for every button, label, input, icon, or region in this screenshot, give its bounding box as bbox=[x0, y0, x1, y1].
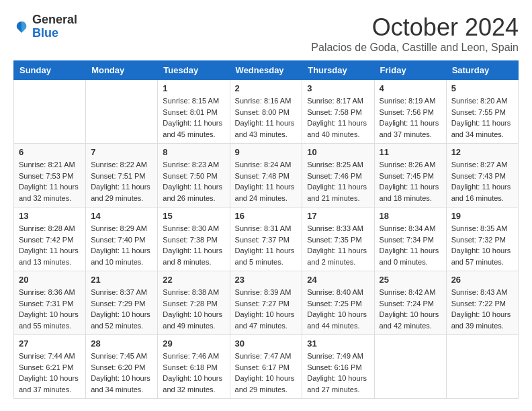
weekday-header-row: SundayMondayTuesdayWednesdayThursdayFrid… bbox=[14, 61, 519, 80]
sunrise-label: Sunrise: 8:43 AM bbox=[451, 288, 508, 296]
sunrise-label: Sunrise: 8:42 AM bbox=[380, 288, 436, 296]
logo: General Blue bbox=[13, 13, 77, 40]
sunset-label: Sunset: 6:18 PM bbox=[163, 363, 217, 371]
day-info: Sunrise: 8:33 AM Sunset: 7:35 PM Dayligh… bbox=[307, 223, 369, 267]
sunset-label: Sunset: 7:55 PM bbox=[451, 108, 506, 116]
sunrise-label: Sunrise: 8:29 AM bbox=[91, 224, 147, 232]
calendar-cell bbox=[446, 335, 518, 399]
day-info: Sunrise: 8:39 AM Sunset: 7:27 PM Dayligh… bbox=[235, 287, 298, 331]
calendar-cell: 19 Sunrise: 8:35 AM Sunset: 7:32 PM Dayl… bbox=[446, 208, 518, 271]
sunrise-label: Sunrise: 8:30 AM bbox=[163, 224, 219, 232]
day-info: Sunrise: 7:46 AM Sunset: 6:18 PM Dayligh… bbox=[163, 351, 224, 395]
sunset-label: Sunset: 7:37 PM bbox=[235, 236, 290, 244]
day-number: 22 bbox=[163, 275, 224, 285]
daylight-label: Daylight: 11 hours and 40 minutes. bbox=[307, 119, 367, 138]
sunset-label: Sunset: 7:24 PM bbox=[380, 300, 434, 308]
daylight-label: Daylight: 11 hours and 18 minutes. bbox=[380, 183, 439, 202]
calendar-cell: 1 Sunrise: 8:15 AM Sunset: 8:01 PM Dayli… bbox=[158, 80, 230, 144]
day-info: Sunrise: 8:37 AM Sunset: 7:29 PM Dayligh… bbox=[91, 287, 152, 331]
sunrise-label: Sunrise: 8:24 AM bbox=[235, 161, 292, 169]
day-info: Sunrise: 8:28 AM Sunset: 7:42 PM Dayligh… bbox=[19, 223, 81, 267]
day-info: Sunrise: 7:44 AM Sunset: 6:21 PM Dayligh… bbox=[19, 351, 81, 395]
daylight-label: Daylight: 11 hours and 45 minutes. bbox=[163, 119, 222, 138]
day-info: Sunrise: 8:22 AM Sunset: 7:51 PM Dayligh… bbox=[91, 159, 152, 203]
daylight-label: Daylight: 11 hours and 29 minutes. bbox=[91, 183, 150, 202]
sunrise-label: Sunrise: 8:25 AM bbox=[307, 161, 363, 169]
sunrise-label: Sunrise: 8:23 AM bbox=[163, 161, 219, 169]
day-number: 9 bbox=[235, 147, 298, 157]
sunrise-label: Sunrise: 7:49 AM bbox=[307, 352, 363, 360]
sunrise-label: Sunrise: 8:31 AM bbox=[235, 224, 292, 232]
day-number: 1 bbox=[163, 83, 224, 93]
daylight-label: Daylight: 11 hours and 5 minutes. bbox=[235, 246, 295, 266]
calendar-cell: 14 Sunrise: 8:29 AM Sunset: 7:40 PM Dayl… bbox=[86, 208, 158, 271]
day-info: Sunrise: 7:47 AM Sunset: 6:17 PM Dayligh… bbox=[235, 351, 298, 395]
day-info: Sunrise: 8:42 AM Sunset: 7:24 PM Dayligh… bbox=[380, 287, 441, 331]
sunrise-label: Sunrise: 8:37 AM bbox=[91, 288, 147, 296]
weekday-header: Monday bbox=[86, 61, 158, 80]
sunset-label: Sunset: 6:20 PM bbox=[91, 363, 145, 371]
calendar-cell: 15 Sunrise: 8:30 AM Sunset: 7:38 PM Dayl… bbox=[158, 208, 230, 271]
month-title: October 2024 bbox=[311, 13, 519, 42]
daylight-label: Daylight: 11 hours and 21 minutes. bbox=[307, 183, 367, 202]
sunset-label: Sunset: 6:16 PM bbox=[307, 363, 361, 371]
calendar-cell: 5 Sunrise: 8:20 AM Sunset: 7:55 PM Dayli… bbox=[446, 80, 518, 144]
calendar-cell: 24 Sunrise: 8:40 AM Sunset: 7:25 PM Dayl… bbox=[302, 271, 374, 335]
sunset-label: Sunset: 7:28 PM bbox=[163, 300, 217, 308]
daylight-label: Daylight: 10 hours and 52 minutes. bbox=[91, 310, 150, 330]
day-info: Sunrise: 8:15 AM Sunset: 8:01 PM Dayligh… bbox=[163, 95, 224, 140]
daylight-label: Daylight: 11 hours and 26 minutes. bbox=[163, 183, 222, 202]
daylight-label: Daylight: 10 hours and 37 minutes. bbox=[19, 374, 79, 394]
day-info: Sunrise: 8:29 AM Sunset: 7:40 PM Dayligh… bbox=[91, 223, 152, 267]
calendar-cell: 9 Sunrise: 8:24 AM Sunset: 7:48 PM Dayli… bbox=[230, 144, 302, 208]
calendar-week-row: 20 Sunrise: 8:36 AM Sunset: 7:31 PM Dayl… bbox=[14, 271, 519, 335]
sunset-label: Sunset: 7:46 PM bbox=[307, 172, 361, 180]
day-number: 16 bbox=[235, 211, 298, 221]
sunrise-label: Sunrise: 8:40 AM bbox=[307, 288, 363, 296]
day-number: 25 bbox=[380, 275, 441, 285]
daylight-label: Daylight: 10 hours and 29 minutes. bbox=[235, 374, 295, 394]
calendar-cell: 6 Sunrise: 8:21 AM Sunset: 7:53 PM Dayli… bbox=[14, 144, 86, 208]
sunrise-label: Sunrise: 7:47 AM bbox=[235, 352, 292, 360]
daylight-label: Daylight: 11 hours and 32 minutes. bbox=[19, 183, 79, 202]
daylight-label: Daylight: 11 hours and 24 minutes. bbox=[235, 183, 295, 202]
sunrise-label: Sunrise: 8:27 AM bbox=[451, 161, 508, 169]
daylight-label: Daylight: 11 hours and 43 minutes. bbox=[235, 119, 295, 138]
sunset-label: Sunset: 6:21 PM bbox=[19, 363, 73, 371]
calendar-cell: 25 Sunrise: 8:42 AM Sunset: 7:24 PM Dayl… bbox=[374, 271, 446, 335]
calendar-cell: 20 Sunrise: 8:36 AM Sunset: 7:31 PM Dayl… bbox=[14, 271, 86, 335]
day-info: Sunrise: 8:27 AM Sunset: 7:43 PM Dayligh… bbox=[451, 159, 513, 203]
daylight-label: Daylight: 11 hours and 2 minutes. bbox=[307, 246, 367, 266]
day-number: 15 bbox=[163, 211, 224, 221]
calendar-cell: 11 Sunrise: 8:26 AM Sunset: 7:45 PM Dayl… bbox=[374, 144, 446, 208]
day-number: 31 bbox=[307, 338, 369, 349]
sunset-label: Sunset: 7:35 PM bbox=[307, 236, 361, 244]
day-number: 21 bbox=[91, 275, 152, 285]
sunset-label: Sunset: 7:45 PM bbox=[380, 172, 434, 180]
calendar-cell: 23 Sunrise: 8:39 AM Sunset: 7:27 PM Dayl… bbox=[230, 271, 302, 335]
day-info: Sunrise: 8:23 AM Sunset: 7:50 PM Dayligh… bbox=[163, 159, 224, 203]
sunset-label: Sunset: 7:32 PM bbox=[451, 236, 506, 244]
calendar-table: SundayMondayTuesdayWednesdayThursdayFrid… bbox=[13, 60, 519, 399]
sunset-label: Sunset: 7:34 PM bbox=[380, 236, 434, 244]
calendar-cell: 16 Sunrise: 8:31 AM Sunset: 7:37 PM Dayl… bbox=[230, 208, 302, 271]
day-info: Sunrise: 8:31 AM Sunset: 7:37 PM Dayligh… bbox=[235, 223, 298, 267]
sunrise-label: Sunrise: 8:15 AM bbox=[163, 97, 219, 105]
sunrise-label: Sunrise: 8:39 AM bbox=[235, 288, 292, 296]
daylight-label: Daylight: 10 hours and 44 minutes. bbox=[307, 310, 367, 330]
day-info: Sunrise: 8:19 AM Sunset: 7:56 PM Dayligh… bbox=[380, 95, 441, 140]
sunset-label: Sunset: 7:43 PM bbox=[451, 172, 506, 180]
calendar-cell: 30 Sunrise: 7:47 AM Sunset: 6:17 PM Dayl… bbox=[230, 335, 302, 399]
calendar-cell: 12 Sunrise: 8:27 AM Sunset: 7:43 PM Dayl… bbox=[446, 144, 518, 208]
day-info: Sunrise: 8:20 AM Sunset: 7:55 PM Dayligh… bbox=[451, 95, 513, 140]
day-info: Sunrise: 8:26 AM Sunset: 7:45 PM Dayligh… bbox=[380, 159, 441, 203]
sunset-label: Sunset: 7:31 PM bbox=[19, 300, 73, 308]
calendar-cell: 10 Sunrise: 8:25 AM Sunset: 7:46 PM Dayl… bbox=[302, 144, 374, 208]
day-info: Sunrise: 8:17 AM Sunset: 7:58 PM Dayligh… bbox=[307, 95, 369, 140]
calendar-cell: 27 Sunrise: 7:44 AM Sunset: 6:21 PM Dayl… bbox=[14, 335, 86, 399]
day-number: 12 bbox=[451, 147, 513, 157]
calendar-week-row: 13 Sunrise: 8:28 AM Sunset: 7:42 PM Dayl… bbox=[14, 208, 519, 271]
day-info: Sunrise: 8:36 AM Sunset: 7:31 PM Dayligh… bbox=[19, 287, 81, 331]
logo-blue: Blue bbox=[32, 26, 58, 40]
sunrise-label: Sunrise: 7:44 AM bbox=[19, 352, 75, 360]
